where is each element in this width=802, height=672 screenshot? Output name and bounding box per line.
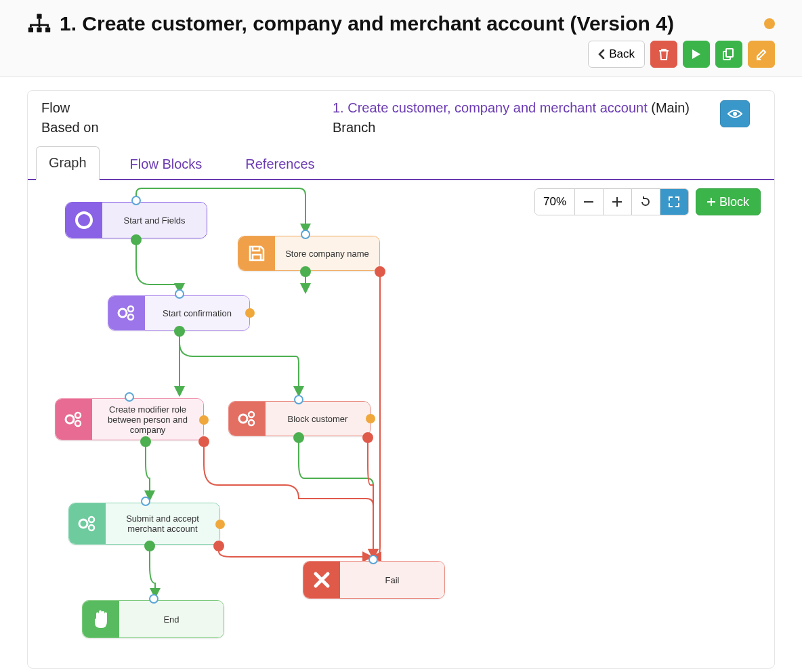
- svg-point-21: [249, 420, 254, 425]
- port-icon[interactable]: [366, 414, 375, 423]
- save-icon: [238, 236, 275, 270]
- svg-rect-0: [37, 14, 41, 19]
- node-submit-accept-merchant[interactable]: Submit and accept merchant account: [68, 503, 220, 545]
- zoom-value: 70%: [535, 189, 574, 215]
- tab-graph[interactable]: Graph: [36, 146, 100, 180]
- branch-value: Branch: [333, 120, 720, 135]
- minus-icon: [584, 201, 593, 203]
- port-icon[interactable]: [245, 308, 255, 318]
- svg-point-24: [89, 525, 94, 530]
- node-start-and-fields[interactable]: Start and Fields: [65, 202, 207, 238]
- page-header: 1. Create customer, company and merchant…: [0, 0, 802, 77]
- add-block-button[interactable]: Block: [696, 188, 761, 215]
- view-button[interactable]: [720, 100, 750, 127]
- sitemap-icon: [27, 14, 51, 34]
- port-icon[interactable]: [293, 432, 304, 443]
- tab-references[interactable]: References: [232, 148, 327, 180]
- port-icon[interactable]: [175, 289, 184, 299]
- zoom-control: 70%: [534, 188, 689, 215]
- gears-icon: [108, 296, 145, 330]
- port-icon[interactable]: [213, 541, 224, 551]
- port-icon[interactable]: [362, 432, 373, 443]
- svg-point-20: [249, 412, 254, 417]
- port-icon[interactable]: [131, 196, 141, 205]
- node-create-modifier-role[interactable]: Create modifier role between person and …: [55, 398, 204, 440]
- port-icon[interactable]: [125, 392, 134, 402]
- port-icon[interactable]: [294, 395, 303, 404]
- chevron-left-icon: [598, 49, 605, 59]
- copy-button[interactable]: [715, 41, 742, 68]
- main-panel: Flow 1. Create customer, company and mer…: [27, 90, 775, 669]
- gears-icon: [56, 399, 92, 440]
- svg-point-6: [733, 112, 737, 116]
- port-icon[interactable]: [198, 436, 209, 447]
- edit-button[interactable]: [748, 41, 775, 68]
- svg-point-23: [89, 517, 94, 522]
- svg-point-13: [119, 309, 127, 317]
- svg-rect-9: [612, 201, 622, 203]
- svg-point-18: [75, 421, 81, 426]
- flow-value-row: 1. Create customer, company and merchant…: [333, 100, 720, 116]
- svg-point-14: [128, 306, 133, 312]
- node-label: Submit and accept merchant account: [106, 503, 219, 544]
- add-block-label: Block: [719, 195, 749, 209]
- based-on-label: Based on: [41, 120, 333, 135]
- tab-bar: Graph Flow Blocks References: [28, 145, 774, 180]
- svg-point-17: [75, 413, 81, 418]
- port-icon[interactable]: [215, 520, 225, 529]
- trash-icon: [658, 47, 670, 61]
- plus-icon: [707, 198, 715, 206]
- port-icon[interactable]: [199, 415, 209, 425]
- back-label: Back: [609, 47, 635, 61]
- back-button[interactable]: Back: [588, 41, 645, 68]
- port-icon[interactable]: [174, 326, 185, 337]
- svg-rect-1: [28, 27, 33, 32]
- port-icon[interactable]: [140, 436, 151, 447]
- action-row: Back: [27, 41, 775, 68]
- play-button[interactable]: [683, 41, 710, 68]
- zoom-fullscreen-button[interactable]: [660, 189, 688, 215]
- zoom-out-button[interactable]: [574, 189, 603, 215]
- redo-icon: [640, 196, 651, 207]
- copy-icon: [723, 48, 735, 60]
- svg-point-12: [77, 213, 91, 228]
- port-icon[interactable]: [149, 594, 159, 604]
- flow-suffix: (Main): [651, 100, 690, 115]
- port-icon[interactable]: [300, 266, 311, 277]
- delete-button[interactable]: [650, 41, 677, 68]
- svg-point-19: [239, 415, 247, 423]
- hand-icon: [83, 601, 119, 637]
- expand-icon: [669, 196, 679, 207]
- node-label: Store company name: [275, 236, 379, 270]
- node-label: Block customer: [266, 402, 370, 436]
- plus-icon: [612, 197, 622, 207]
- node-fail[interactable]: Fail: [303, 561, 445, 599]
- zoom-reset-button[interactable]: [631, 189, 660, 215]
- svg-point-15: [128, 314, 133, 320]
- circle-icon: [66, 203, 102, 238]
- svg-point-16: [66, 415, 74, 423]
- port-icon[interactable]: [301, 230, 310, 239]
- node-store-company-name[interactable]: Store company name: [238, 236, 380, 271]
- port-icon[interactable]: [375, 266, 385, 277]
- svg-rect-11: [707, 201, 715, 203]
- port-icon[interactable]: [144, 541, 155, 551]
- svg-point-22: [79, 520, 87, 528]
- edit-icon: [755, 48, 767, 60]
- node-end[interactable]: End: [82, 600, 224, 638]
- tab-flow-blocks[interactable]: Flow Blocks: [117, 148, 215, 180]
- flow-canvas[interactable]: Start and Fields Store company name Star…: [28, 180, 774, 668]
- node-label: Start and Fields: [102, 203, 207, 238]
- flow-link[interactable]: 1. Create customer, company and merchant…: [333, 100, 648, 115]
- x-icon: [303, 562, 340, 598]
- port-icon[interactable]: [131, 234, 142, 245]
- node-block-customer[interactable]: Block customer: [228, 401, 371, 436]
- node-label: Create modifier role between person and …: [92, 399, 203, 440]
- port-icon[interactable]: [368, 555, 378, 564]
- gears-icon: [229, 402, 266, 436]
- port-icon[interactable]: [141, 497, 150, 506]
- svg-rect-7: [584, 201, 593, 203]
- page-title: 1. Create customer, company and merchant…: [60, 12, 756, 35]
- zoom-in-button[interactable]: [603, 189, 631, 215]
- svg-rect-2: [37, 27, 41, 32]
